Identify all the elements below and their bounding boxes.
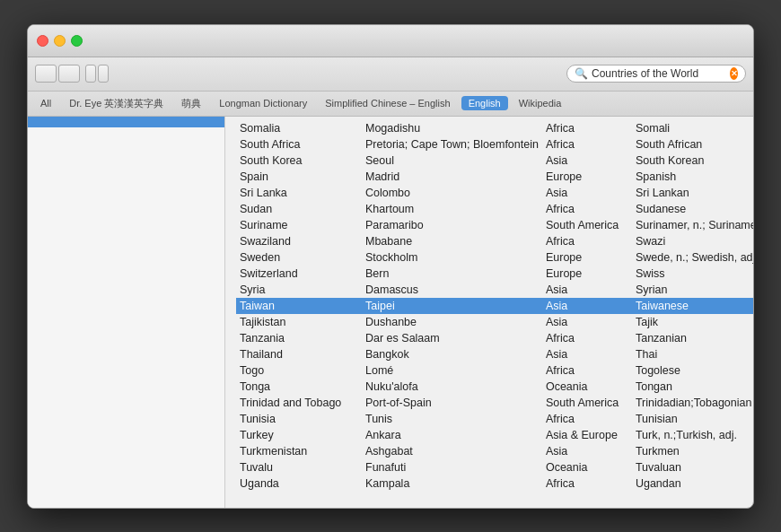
tabs-bar: All Dr. Eye 英漢漢英字典 萌典 Longman Dictionary… [28,92,753,117]
search-input[interactable] [592,67,726,80]
table-row[interactable]: Syria Damascus Asia Syrian [236,282,753,298]
table-row[interactable]: Sudan Khartoum Africa Sudanese [236,201,753,217]
entry-capital: Tunis [362,411,542,427]
entry-country: Spain [236,169,362,185]
entry-capital: Lomé [362,362,542,379]
font-small-button[interactable] [85,65,96,83]
entry-region: Africa [542,201,632,217]
entry-region: Africa [542,330,632,346]
table-row[interactable]: Tanzania Dar es Salaam Africa Tanzanian [236,330,753,346]
search-bar: 🔍 ✕ [566,65,746,83]
tab-all[interactable]: All [33,96,58,110]
entry-capital: Stockholm [362,249,542,266]
tab-longman[interactable]: Longman Dictionary [212,96,314,110]
table-row[interactable]: Togo Lomé Africa Togolese [236,362,753,379]
content-area[interactable]: Somalia Mogadishu Africa Somali South Af… [225,117,753,508]
minimize-button[interactable] [54,35,66,47]
table-row[interactable]: Turkey Ankara Asia & Europe Turk, n.;Tur… [236,427,753,443]
table-row[interactable]: Swaziland Mbabane Africa Swazi [236,233,753,249]
entry-capital: Funafuti [362,459,542,475]
tab-moe[interactable]: 萌典 [174,95,208,112]
entry-capital: Kampala [362,475,542,492]
entry-country: South Africa [236,136,362,153]
table-row[interactable]: Uganda Kampala Africa Ugandan [236,475,753,492]
forward-button[interactable] [58,65,80,83]
entry-region: Asia [542,314,632,330]
table-row[interactable]: Somalia Mogadishu Africa Somali [236,120,753,136]
entry-country: South Korea [236,153,362,169]
entry-country: Somalia [236,120,362,136]
traffic-lights [37,35,83,47]
entry-region: South America [542,395,632,411]
sidebar-item-countries[interactable] [28,117,224,127]
entry-capital: Pretoria; Cape Town; Bloemfontein [362,136,542,153]
nav-buttons [35,65,80,83]
entry-region: Asia [542,185,632,201]
entry-region: Asia & Europe [542,427,632,443]
entry-region: Africa [542,120,632,136]
entry-region: Africa [542,411,632,427]
entry-capital: Khartoum [362,201,542,217]
entry-demonym: Tuvaluan [632,459,753,475]
entry-demonym: Sri Lankan [632,185,753,201]
back-button[interactable] [35,65,57,83]
table-row[interactable]: Spain Madrid Europe Spanish [236,169,753,185]
table-row[interactable]: Suriname Paramaribo South America Surina… [236,217,753,233]
table-row[interactable]: Switzerland Bern Europe Swiss [236,266,753,282]
entry-demonym: Trinidadian;Tobagonian [632,395,753,411]
entry-demonym: Somali [632,120,753,136]
table-row[interactable]: Tajikistan Dushanbe Asia Tajik [236,314,753,330]
search-clear-button[interactable]: ✕ [730,67,738,80]
close-button[interactable] [37,35,48,47]
entry-demonym: Sudanese [632,201,753,217]
entry-country: Turkey [236,427,362,443]
table-row[interactable]: Taiwan Taipei Asia Taiwanese [236,298,753,314]
entry-demonym: Spanish [632,169,753,185]
entry-region: Africa [542,136,632,153]
tab-simplified[interactable]: Simplified Chinese – English [318,96,457,110]
table-row[interactable]: Thailand Bangkok Asia Thai [236,346,753,362]
entry-capital: Nuku'alofa [362,379,542,395]
entry-demonym: Taiwanese [632,298,753,314]
table-row[interactable]: Tunisia Tunis Africa Tunisian [236,411,753,427]
entry-country: Suriname [236,217,362,233]
titlebar [28,25,753,57]
entry-country: Tunisia [236,411,362,427]
entry-demonym: Swazi [632,233,753,249]
maximize-button[interactable] [71,35,83,47]
font-large-button[interactable] [98,65,109,83]
entry-region: Europe [542,266,632,282]
table-row[interactable]: Sri Lanka Colombo Asia Sri Lankan [236,185,753,201]
entry-region: Europe [542,169,632,185]
entry-demonym: Tunisian [632,411,753,427]
table-row[interactable]: Turkmenistan Ashgabat Asia Turkmen [236,443,753,459]
table-row[interactable]: Trinidad and Tobago Port-of-Spain South … [236,395,753,411]
entry-region: Asia [542,346,632,362]
table-row[interactable]: South Korea Seoul Asia South Korean [236,153,753,169]
entry-capital: Damascus [362,282,542,298]
entry-demonym: Thai [632,346,753,362]
entry-capital: Bern [362,266,542,282]
entry-capital: Bangkok [362,346,542,362]
table-row[interactable]: South Africa Pretoria; Cape Town; Bloemf… [236,136,753,153]
entry-region: Africa [542,475,632,492]
entry-capital: Mogadishu [362,120,542,136]
entry-country: Tanzania [236,330,362,346]
entry-capital: Port-of-Spain [362,395,542,411]
entry-capital: Madrid [362,169,542,185]
table-row[interactable]: Sweden Stockholm Europe Swede, n.; Swedi… [236,249,753,266]
tab-dreye[interactable]: Dr. Eye 英漢漢英字典 [62,95,171,112]
entry-region: Africa [542,233,632,249]
entry-country: Tonga [236,379,362,395]
entry-capital: Ashgabat [362,443,542,459]
entry-country: Uganda [236,475,362,492]
table-row[interactable]: Tuvalu Funafuti Oceania Tuvaluan [236,459,753,475]
table-row[interactable]: Tonga Nuku'alofa Oceania Tongan [236,379,753,395]
entry-capital: Dar es Salaam [362,330,542,346]
entry-demonym: Swede, n.; Swedish, adj. [632,249,753,266]
tab-english[interactable]: English [461,96,508,110]
entry-country: Sudan [236,201,362,217]
entry-country: Sri Lanka [236,185,362,201]
tab-wikipedia[interactable]: Wikipedia [512,96,569,110]
entry-region: Oceania [542,459,632,475]
